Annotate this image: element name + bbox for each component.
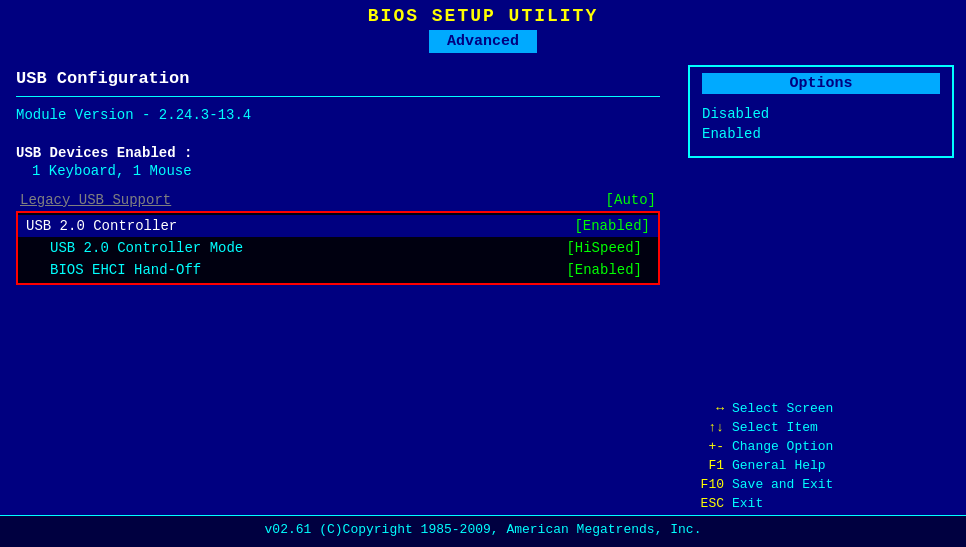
usb2-value: [Enabled] <box>574 218 650 234</box>
main-layout: USB Configuration Module Version - 2.24.… <box>0 55 966 525</box>
legacy-usb-name: Legacy USB Support <box>20 192 171 208</box>
tab-bar: Advanced <box>0 26 966 53</box>
key-help: ↔ Select Screen ↑↓ Select Item +- Change… <box>688 391 954 515</box>
section-heading: USB Configuration <box>16 69 660 88</box>
bios-title: BIOS SETUP UTILITY <box>0 0 966 26</box>
key-symbol-esc: ESC <box>688 496 724 511</box>
key-row-general-help: F1 General Help <box>688 458 954 473</box>
key-row-change-option: +- Change Option <box>688 439 954 454</box>
key-label-select-item: Select Item <box>732 420 818 435</box>
key-row-select-item: ↑↓ Select Item <box>688 420 954 435</box>
key-label-general-help: General Help <box>732 458 826 473</box>
active-tab[interactable]: Advanced <box>429 30 537 53</box>
highlighted-box: USB 2.0 Controller [Enabled] USB 2.0 Con… <box>16 211 660 285</box>
key-label-save-exit: Save and Exit <box>732 477 833 492</box>
footer: v02.61 (C)Copyright 1985-2009, American … <box>0 515 966 547</box>
usb2-name: USB 2.0 Controller <box>26 218 177 234</box>
divider <box>16 96 660 97</box>
usb2-mode-value: [HiSpeed] <box>566 240 642 256</box>
setting-usb2-controller[interactable]: USB 2.0 Controller [Enabled] <box>18 215 658 237</box>
key-row-save-exit: F10 Save and Exit <box>688 477 954 492</box>
key-label-select-screen: Select Screen <box>732 401 833 416</box>
setting-legacy-usb[interactable]: Legacy USB Support [Auto] <box>16 189 660 211</box>
options-title: Options <box>702 73 940 94</box>
setting-usb2-mode[interactable]: USB 2.0 Controller Mode [HiSpeed] <box>18 237 658 259</box>
module-version: Module Version - 2.24.3-13.4 <box>16 107 660 123</box>
key-row-select-screen: ↔ Select Screen <box>688 401 954 416</box>
legacy-usb-value: [Auto] <box>606 192 656 208</box>
key-row-esc: ESC Exit <box>688 496 954 511</box>
footer-text: v02.61 (C)Copyright 1985-2009, American … <box>265 522 702 537</box>
setting-bios-ehci[interactable]: BIOS EHCI Hand-Off [Enabled] <box>18 259 658 281</box>
ehci-value: [Enabled] <box>566 262 642 278</box>
option-enabled[interactable]: Enabled <box>702 124 940 144</box>
key-symbol-f10: F10 <box>688 477 724 492</box>
option-disabled[interactable]: Disabled <box>702 104 940 124</box>
key-symbol-updown: ↑↓ <box>688 420 724 435</box>
usb-devices-label: USB Devices Enabled : <box>16 145 660 161</box>
key-label-change-option: Change Option <box>732 439 833 454</box>
title-text: BIOS SETUP UTILITY <box>368 6 598 26</box>
key-symbol-f1: F1 <box>688 458 724 473</box>
options-box: Options Disabled Enabled <box>688 65 954 158</box>
usb-devices-value: 1 Keyboard, 1 Mouse <box>16 163 660 179</box>
key-label-esc: Exit <box>732 496 763 511</box>
settings-list: Legacy USB Support [Auto] USB 2.0 Contro… <box>16 189 660 285</box>
key-symbol-plusminus: +- <box>688 439 724 454</box>
usb2-mode-name: USB 2.0 Controller Mode <box>50 240 243 256</box>
right-panel: Options Disabled Enabled ↔ Select Screen… <box>676 55 966 525</box>
ehci-name: BIOS EHCI Hand-Off <box>50 262 201 278</box>
left-panel: USB Configuration Module Version - 2.24.… <box>0 55 676 525</box>
key-symbol-arrows: ↔ <box>688 401 724 416</box>
